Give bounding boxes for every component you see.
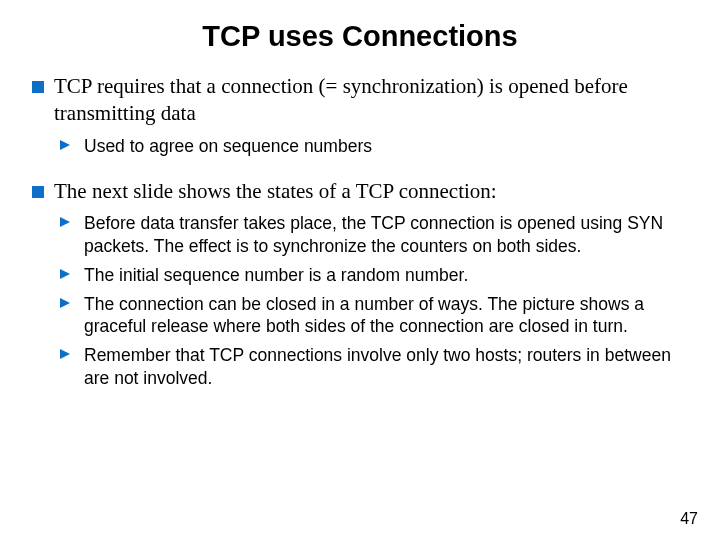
triangle-bullet-icon (60, 217, 74, 231)
bullet-item: The next slide shows the states of a TCP… (32, 178, 688, 205)
square-bullet-icon (32, 81, 44, 93)
sub-item: Remember that TCP connections involve on… (60, 344, 688, 390)
svg-marker-4 (60, 349, 70, 359)
sub-list: Before data transfer takes place, the TC… (60, 212, 688, 389)
square-bullet-icon (32, 186, 44, 198)
triangle-bullet-icon (60, 140, 74, 154)
bullet-text: The next slide shows the states of a TCP… (54, 178, 497, 205)
bullet-item: TCP requires that a connection (= synchr… (32, 73, 688, 127)
sub-text: The initial sequence number is a random … (84, 264, 468, 287)
bullet-text: TCP requires that a connection (= synchr… (54, 73, 688, 127)
sub-item: Used to agree on sequence numbers (60, 135, 688, 158)
svg-marker-1 (60, 217, 70, 227)
sub-list: Used to agree on sequence numbers (60, 135, 688, 158)
page-number: 47 (680, 510, 698, 528)
svg-marker-0 (60, 140, 70, 150)
sub-text: Before data transfer takes place, the TC… (84, 212, 688, 258)
svg-marker-3 (60, 298, 70, 308)
sub-item: The initial sequence number is a random … (60, 264, 688, 287)
slide: TCP uses Connections TCP requires that a… (0, 0, 720, 540)
sub-text: Used to agree on sequence numbers (84, 135, 372, 158)
triangle-bullet-icon (60, 269, 74, 283)
sub-item: Before data transfer takes place, the TC… (60, 212, 688, 258)
triangle-bullet-icon (60, 298, 74, 312)
slide-title: TCP uses Connections (32, 20, 688, 53)
sub-text: The connection can be closed in a number… (84, 293, 688, 339)
sub-text: Remember that TCP connections involve on… (84, 344, 688, 390)
sub-item: The connection can be closed in a number… (60, 293, 688, 339)
triangle-bullet-icon (60, 349, 74, 363)
svg-marker-2 (60, 269, 70, 279)
